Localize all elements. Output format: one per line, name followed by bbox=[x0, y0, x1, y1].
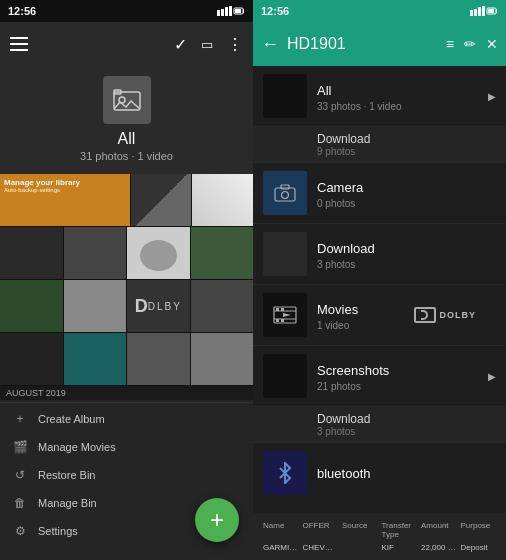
divider bbox=[0, 402, 253, 403]
camera-icon bbox=[274, 184, 296, 202]
svg-marker-27 bbox=[283, 313, 291, 317]
right-toolbar: ← HD1901 ≡ ✏ ✕ bbox=[253, 22, 506, 66]
album-info-all: All 33 photos · 1 video bbox=[317, 81, 478, 112]
photo-row-2 bbox=[0, 227, 253, 279]
album-item-camera[interactable]: Camera 0 photos bbox=[253, 163, 506, 224]
svg-rect-6 bbox=[243, 9, 244, 13]
album-sub-row-screenshots-download[interactable]: Download 3 photos bbox=[253, 407, 506, 443]
filter-button[interactable]: ≡ bbox=[446, 36, 454, 52]
album-thumb-bluetooth bbox=[263, 451, 307, 495]
section-label-left: AUGUST 2019 bbox=[0, 386, 253, 400]
settings-icon: ⚙ bbox=[12, 523, 28, 539]
dolby-logo: DOLBY bbox=[414, 307, 477, 323]
album-info-download: Download 3 photos bbox=[317, 239, 496, 270]
right-network-icon bbox=[470, 6, 498, 16]
bt-val-purpose: Deposit bbox=[461, 543, 497, 552]
svg-rect-1 bbox=[221, 9, 224, 16]
menu-button[interactable] bbox=[10, 37, 28, 51]
album-meta-download: 3 photos bbox=[317, 259, 496, 270]
fab-add-button[interactable]: + bbox=[195, 498, 239, 542]
album-name-screenshots: Screenshots bbox=[317, 363, 389, 378]
album-icon bbox=[103, 76, 151, 124]
bin-icon: 🗑 bbox=[12, 495, 28, 511]
photo-cell[interactable] bbox=[191, 227, 254, 279]
photo-cell[interactable] bbox=[191, 333, 254, 385]
album-header: All 31 photos · 1 video bbox=[0, 66, 253, 174]
window-icon[interactable]: ▭ bbox=[201, 37, 213, 52]
sidebar-create-album[interactable]: + Create Album bbox=[0, 405, 253, 433]
svg-rect-2 bbox=[225, 7, 228, 16]
bt-col-source: Source bbox=[342, 521, 378, 539]
svg-rect-16 bbox=[496, 9, 497, 13]
left-album-title: All bbox=[118, 130, 136, 148]
sidebar-restore-bin[interactable]: ↺ Restore Bin bbox=[0, 461, 253, 489]
bt-table-row: GARMIN NUVI CHEVRON STREET DRAIN FILM LO… bbox=[253, 541, 506, 554]
photo-cell[interactable] bbox=[0, 280, 63, 332]
album-meta-screenshots: 21 photos bbox=[317, 381, 478, 392]
album-thumb-camera bbox=[263, 171, 307, 215]
album-item-movies[interactable]: Movies 1 video DOLBY bbox=[253, 285, 506, 346]
movies-label: Manage Movies bbox=[38, 441, 116, 453]
svg-rect-11 bbox=[474, 9, 477, 16]
svg-rect-0 bbox=[217, 10, 220, 16]
svg-rect-23 bbox=[276, 308, 279, 311]
svg-point-19 bbox=[282, 192, 289, 199]
svg-rect-15 bbox=[488, 9, 494, 13]
right-toolbar-right: ≡ ✏ ✕ bbox=[446, 36, 498, 52]
album-sub-row-all-download[interactable]: Download 9 photos bbox=[253, 127, 506, 163]
restore-label: Restore Bin bbox=[38, 469, 95, 481]
left-toolbar: ✓ ▭ ⋮ bbox=[0, 22, 253, 66]
right-title: HD1901 bbox=[287, 35, 346, 53]
bt-col-amount: Amount bbox=[421, 521, 457, 539]
check-icon[interactable]: ✓ bbox=[174, 35, 187, 54]
photo-cell[interactable] bbox=[0, 333, 63, 385]
bt-col-offer: OFFER bbox=[303, 521, 339, 539]
album-item-bluetooth[interactable]: bluetooth Name OFFER Source Transfer Typ… bbox=[253, 443, 506, 560]
photo-cell[interactable] bbox=[127, 333, 190, 385]
photo-cell[interactable] bbox=[192, 174, 253, 226]
edit-button[interactable]: ✏ bbox=[464, 36, 476, 52]
photo-row-1: Manage your library Auto-backup settings bbox=[0, 174, 253, 226]
photo-cell[interactable] bbox=[191, 280, 254, 332]
bt-val-offer: CHEVRON STREET DRAIN FILM LOANS bbox=[303, 543, 339, 552]
close-button[interactable]: ✕ bbox=[486, 36, 498, 52]
bt-table-header: Name OFFER Source Transfer Type Amount P… bbox=[253, 517, 506, 541]
photo-cell[interactable] bbox=[64, 280, 127, 332]
bt-table: Name OFFER Source Transfer Type Amount P… bbox=[253, 513, 506, 560]
photo-cell[interactable] bbox=[64, 333, 127, 385]
left-panel: 12:56 ✓ ▭ ⋮ bbox=[0, 0, 253, 560]
photo-cell[interactable] bbox=[0, 227, 63, 279]
back-button[interactable]: ← bbox=[261, 34, 279, 55]
photo-cell[interactable]: D DLBY bbox=[127, 280, 190, 332]
svg-rect-25 bbox=[276, 319, 279, 322]
sub-name-download-2: Download bbox=[317, 412, 496, 426]
svg-rect-24 bbox=[281, 308, 284, 311]
album-list: All 33 photos · 1 video ▶ Download 9 pho… bbox=[253, 66, 506, 560]
bt-val-type: KIF bbox=[382, 543, 418, 552]
expand-icon-all[interactable]: ▶ bbox=[488, 91, 496, 102]
sub-name-download: Download bbox=[317, 132, 496, 146]
network-icon bbox=[217, 6, 245, 16]
bt-val-amount: 22,000 JD bbox=[421, 543, 457, 552]
svg-rect-5 bbox=[235, 9, 241, 13]
album-item-all[interactable]: All 33 photos · 1 video ▶ bbox=[253, 66, 506, 127]
expand-icon-screenshots[interactable]: ▶ bbox=[488, 371, 496, 382]
photo-cell[interactable] bbox=[64, 227, 127, 279]
sidebar-manage-movies[interactable]: 🎬 Manage Movies bbox=[0, 433, 253, 461]
photo-cell[interactable]: Manage your library Auto-backup settings bbox=[0, 174, 130, 226]
dolby-box-icon bbox=[414, 307, 436, 323]
movies-icon: 🎬 bbox=[12, 439, 28, 455]
svg-rect-13 bbox=[482, 6, 485, 16]
album-item-screenshots[interactable]: Screenshots 21 photos ▶ bbox=[253, 346, 506, 407]
more-icon[interactable]: ⋮ bbox=[227, 35, 243, 54]
left-status-icons bbox=[217, 6, 245, 16]
album-item-download[interactable]: Download 3 photos bbox=[253, 224, 506, 285]
restore-icon: ↺ bbox=[12, 467, 28, 483]
bt-col-type: Transfer Type bbox=[382, 521, 418, 539]
left-statusbar: 12:56 bbox=[0, 0, 253, 22]
bt-col-purpose: Purpose bbox=[461, 521, 497, 539]
album-name-download: Download bbox=[317, 241, 375, 256]
photo-cell[interactable] bbox=[127, 227, 190, 279]
photo-cell[interactable] bbox=[131, 174, 192, 226]
album-thumb-download bbox=[263, 232, 307, 276]
